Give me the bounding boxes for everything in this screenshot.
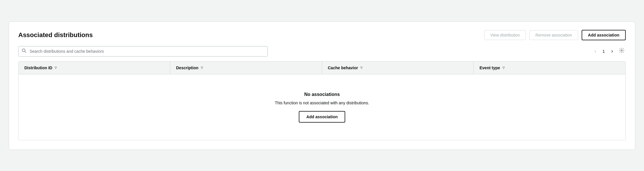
empty-state-description: This function is not associated with any… <box>275 101 369 105</box>
col-label-description: Description <box>176 66 198 70</box>
pagination-controls: ‹ 1 › <box>592 46 626 56</box>
associated-distributions-panel: Associated distributions View distributi… <box>9 21 635 150</box>
sort-icon-event-type: ▽ <box>502 66 505 69</box>
search-input[interactable] <box>18 46 268 57</box>
col-label-cache-behavior: Cache behavior <box>328 66 358 70</box>
col-label-distribution-id: Distribution ID <box>24 66 52 70</box>
panel-header: Associated distributions View distributi… <box>18 30 626 40</box>
chevron-left-icon: ‹ <box>594 48 596 54</box>
sort-icon-distribution-id: ▽ <box>55 66 57 69</box>
col-header-description[interactable]: Description ▽ <box>170 61 322 74</box>
sort-icon-cache-behavior: ▽ <box>360 66 363 69</box>
distributions-table: Distribution ID ▽ Description ▽ Cache be… <box>18 61 626 140</box>
prev-page-button[interactable]: ‹ <box>592 47 598 55</box>
table-settings-button[interactable] <box>618 46 626 56</box>
col-header-distribution-id[interactable]: Distribution ID ▽ <box>19 61 170 74</box>
search-wrapper <box>18 46 268 57</box>
page-number: 1 <box>601 49 607 54</box>
col-label-event-type: Event type <box>480 66 500 70</box>
search-row: ‹ 1 › <box>18 46 626 57</box>
table-empty-state: No associations This function is not ass… <box>19 74 625 140</box>
chevron-right-icon: › <box>611 48 613 54</box>
col-header-event-type[interactable]: Event type ▽ <box>474 61 625 74</box>
table-header: Distribution ID ▽ Description ▽ Cache be… <box>19 61 625 74</box>
gear-icon <box>619 49 625 54</box>
empty-state-title: No associations <box>304 92 340 97</box>
remove-association-button[interactable]: Remove association <box>529 30 578 40</box>
next-page-button[interactable]: › <box>609 47 615 55</box>
svg-point-2 <box>621 50 623 51</box>
add-association-button[interactable]: Add association <box>582 30 626 40</box>
add-association-empty-button[interactable]: Add association <box>299 111 345 123</box>
header-actions: View distribution Remove association Add… <box>484 30 626 40</box>
section-title: Associated distributions <box>18 31 93 39</box>
col-header-cache-behavior[interactable]: Cache behavior ▽ <box>322 61 474 74</box>
view-distribution-button[interactable]: View distribution <box>484 30 526 40</box>
sort-icon-description: ▽ <box>201 66 203 69</box>
